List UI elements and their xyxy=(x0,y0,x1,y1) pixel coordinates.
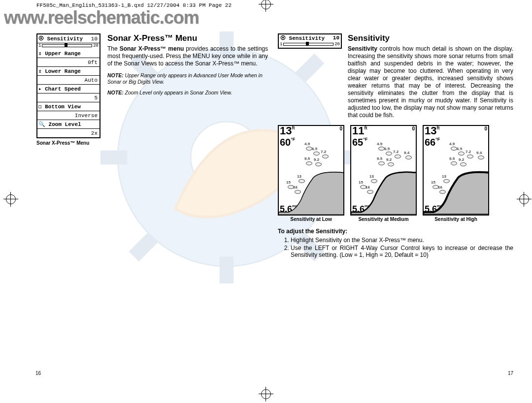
registration-mark-icon xyxy=(261,389,271,399)
sonar-screens-row: 13ft 60°F 5.6mph 0 20 4.96.57.29.59.2151… xyxy=(278,125,513,222)
sensitivity-slider: 1 20 xyxy=(38,44,99,48)
registration-mark-icon xyxy=(261,0,271,9)
instructions-title: To adjust the Sensitivity: xyxy=(278,228,513,235)
svg-rect-2 xyxy=(220,257,233,283)
section-title-sensitivity: Sensitivity xyxy=(348,33,513,43)
xpress-body: The Sonar X-Press™ menu provides access … xyxy=(107,45,268,67)
menu-row-upper-range: ⇕ Upper Range xyxy=(37,49,100,58)
menu-row-sensitivity: ⦿ Sensitivity 10 xyxy=(37,34,100,43)
note-zoom-level: NOTE: Zoom Level only appears in Sonar Z… xyxy=(107,90,268,96)
menu-row-zoom-level: 🔍 Zoom Level xyxy=(37,120,100,129)
note-upper-range: NOTE: Upper Range only appears in Advanc… xyxy=(107,72,268,85)
sonar-screen: 11ft 65°F 5.6mph 0 20 4.96.57.29.59.29.4… xyxy=(350,125,417,222)
sonar-screen: 13ft 66°F 5.6mph 0 20 4.96.57.29.59.29.4… xyxy=(423,125,489,222)
instruction-step-1: Highlight Sensitivity on the Sonar X-Pre… xyxy=(291,237,513,244)
registration-mark-icon xyxy=(6,194,16,204)
menu-row-chart-speed: ▸ Chart Speed xyxy=(37,85,100,93)
sensitivity-body: Sensitivity controls how much detail is … xyxy=(348,45,513,119)
sonar-screen: 13ft 60°F 5.6mph 0 20 4.96.57.29.59.2151… xyxy=(278,125,344,222)
watermark-url: www.reelschematic.com xyxy=(0,7,199,28)
screen-caption: Sensitivity at Medium xyxy=(350,217,417,222)
screen-caption: Sensitivity at Low xyxy=(278,217,344,222)
screen-caption: Sensitivity at High xyxy=(423,217,489,222)
sonar-xpress-menu-panel: ⦿ Sensitivity 10 1 20 ⇕ Upper Range 0ft … xyxy=(36,33,100,138)
instructions-block: To adjust the Sensitivity: Highlight Sen… xyxy=(278,228,513,259)
section-title-xpress: Sonar X-Press™ Menu xyxy=(107,33,268,43)
page-number-left: 16 xyxy=(35,371,41,376)
page-number-right: 17 xyxy=(508,371,513,376)
menu-row-lower-range: ⇕ Lower Range xyxy=(37,67,100,76)
menu-caption: Sonar X-Press™ Menu xyxy=(36,140,100,146)
sensitivity-slider-small: 1 20 xyxy=(280,42,340,46)
instruction-step-2: Use the LEFT or RIGHT 4-Way Cursor Contr… xyxy=(291,245,513,258)
menu-row-bottom-view: ◻ Bottom View xyxy=(37,102,100,111)
sensitivity-value-panel: ⦿ Sensitivity 10 1 20 xyxy=(278,33,342,49)
registration-mark-icon xyxy=(519,194,529,204)
